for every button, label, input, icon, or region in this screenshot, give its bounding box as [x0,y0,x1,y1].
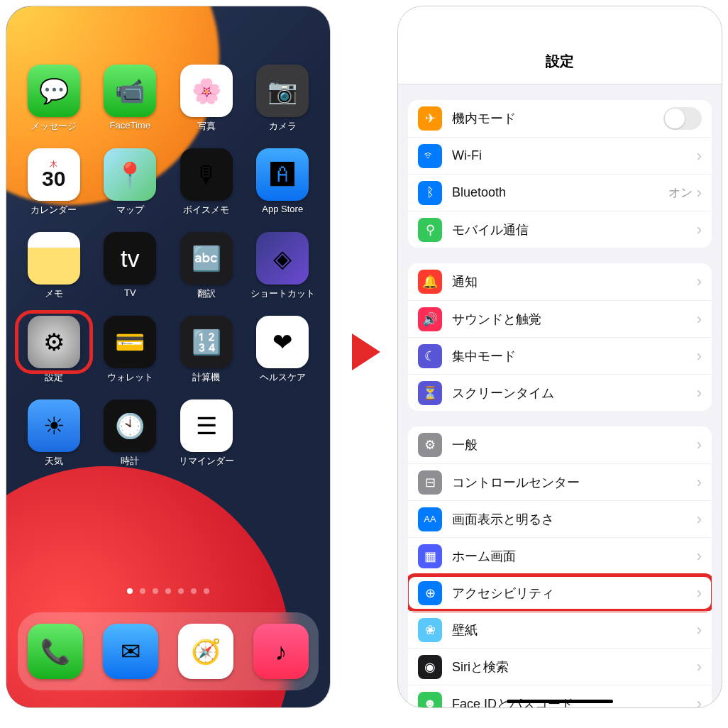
notes-app-icon [28,232,80,285]
maps-app[interactable]: 📍マップ [97,148,164,216]
airplane-mode-row[interactable]: ✈機内モード [408,100,712,137]
control-center-row[interactable]: ⊟コントロールセンター› [408,463,712,500]
siri-row[interactable]: ◉Siriと検索› [408,648,712,685]
row-label: 一般 [452,436,697,453]
messages-app[interactable]: 💬メッセージ [21,65,87,133]
screentime-row-icon: ⏳ [418,381,442,405]
wifi-row-icon: ᯤ [418,144,442,168]
appstore-app-icon: 🅰 [256,148,309,201]
calendar-app-icon: 木30 [28,148,80,201]
chevron-right-icon: › [697,658,702,676]
notifications-row[interactable]: 🔔通知› [408,263,712,300]
homescreen-row[interactable]: ▦ホーム画面› [408,537,712,574]
settings-group: ✈機内モードᯤWi-Fi›ᛒBluetoothオン›⚲モバイル通信› [408,100,712,248]
screentime-row[interactable]: ⏳スクリーンタイム› [408,374,712,411]
sounds-row-icon: 🔊 [418,307,442,331]
app-label: FaceTime [110,120,150,131]
app-label: ウォレット [107,371,153,384]
chevron-right-icon: › [697,584,702,602]
voicememo-app[interactable]: 🎙ボイスメモ [173,148,240,216]
cellular-row-icon: ⚲ [418,218,442,242]
chevron-right-icon: › [697,695,702,709]
reminders-app-icon: ☰ [180,399,233,452]
health-app[interactable]: ❤ヘルスケア [250,316,316,384]
weather-app-icon: ☀ [28,399,80,452]
page-dots[interactable] [6,588,330,594]
weather-app[interactable]: ☀天気 [21,399,87,468]
wifi-row[interactable]: ᯤWi-Fi› [408,137,712,174]
app-label: App Store [262,204,303,214]
chevron-right-icon: › [697,510,702,529]
notes-app[interactable]: メモ [21,232,87,300]
dock: 📞✉🧭♪ [18,612,319,690]
photos-app[interactable]: 🌸写真 [173,65,240,133]
app-label: 翻訳 [197,287,216,300]
app-label: ボイスメモ [183,204,229,216]
health-app-icon: ❤ [256,316,309,368]
row-label: アクセシビリティ [452,585,697,602]
chevron-right-icon: › [697,147,702,165]
music-app[interactable]: ♪ [253,624,309,679]
tv-app-icon: tv [104,232,156,285]
homescreen-row-icon: ▦ [418,544,442,568]
calendar-app[interactable]: 木30カレンダー [21,148,87,216]
chevron-right-icon: › [697,310,702,329]
accessibility-row[interactable]: ⊕アクセシビリティ› [408,574,712,611]
settings-app[interactable]: ⚙設定 [21,316,87,384]
home-indicator[interactable] [507,700,613,703]
faceid-row[interactable]: ☻Face IDとパスコード› [408,685,712,708]
general-row[interactable]: ⚙一般› [408,426,712,463]
cellular-row[interactable]: ⚲モバイル通信› [408,211,712,248]
row-label: 機内モード [452,110,663,127]
settings-app-icon: ⚙ [28,316,80,368]
wallpaper-row-icon: ❀ [418,618,442,642]
shortcuts-app[interactable]: ◈ショートカット [250,232,316,300]
sounds-row[interactable]: 🔊サウンドと触覚› [408,300,712,337]
calculator-app[interactable]: 🔢計算機 [173,316,240,384]
control-center-row-icon: ⊟ [418,470,442,495]
toggle[interactable] [663,107,702,130]
clock-app[interactable]: 🕙時計 [97,399,164,468]
row-label: ホーム画面 [452,548,697,565]
wallet-app[interactable]: 💳ウォレット [97,316,164,384]
notifications-row-icon: 🔔 [418,270,442,294]
wallpaper-row[interactable]: ❀壁紙› [408,611,712,648]
appstore-app[interactable]: 🅰App Store [250,148,316,216]
app-label: 時計 [121,455,139,468]
facetime-app[interactable]: 📹FaceTime [97,65,164,133]
shortcuts-app-icon: ◈ [256,232,309,285]
row-label: 集中モード [452,348,697,365]
safari-app[interactable]: 🧭 [178,624,233,679]
camera-app[interactable]: 📷カメラ [250,65,316,133]
chevron-right-icon: › [697,473,702,492]
tv-app[interactable]: tvTV [97,232,164,300]
app-label: カメラ [269,120,297,133]
mail-app[interactable]: ✉ [103,624,158,679]
phone-app[interactable]: 📞 [28,624,83,679]
voicememo-app-icon: 🎙 [180,148,233,201]
photos-app-icon: 🌸 [180,65,233,117]
row-label: Bluetooth [452,185,668,200]
app-label: 計算機 [192,371,220,384]
chevron-right-icon: › [697,436,702,454]
bluetooth-row[interactable]: ᛒBluetoothオン› [408,174,712,211]
app-label: メッセージ [31,120,77,133]
chevron-right-icon: › [697,621,702,639]
translate-app[interactable]: 🔤翻訳 [173,232,240,300]
settings-group: 🔔通知›🔊サウンドと触覚›☾集中モード›⏳スクリーンタイム› [408,263,712,411]
chevron-right-icon: › [697,221,702,239]
focus-row[interactable]: ☾集中モード› [408,337,712,374]
airplane-mode-row-icon: ✈ [418,106,442,131]
chevron-right-icon: › [697,547,702,566]
calculator-app-icon: 🔢 [180,316,233,368]
settings-screen: 設定 ✈機内モードᯤWi-Fi›ᛒBluetoothオン›⚲モバイル通信›🔔通知… [397,6,722,708]
display-row[interactable]: AA画面表示と明るさ› [408,500,712,537]
reminders-app[interactable]: ☰リマインダー [173,399,240,468]
display-row-icon: AA [418,507,442,531]
row-label: 壁紙 [452,622,697,639]
app-label: 天気 [45,455,63,468]
next-arrow-icon [352,333,380,370]
settings-title: 設定 [398,6,722,84]
clock-app-icon: 🕙 [104,399,156,452]
translate-app-icon: 🔤 [180,232,233,285]
